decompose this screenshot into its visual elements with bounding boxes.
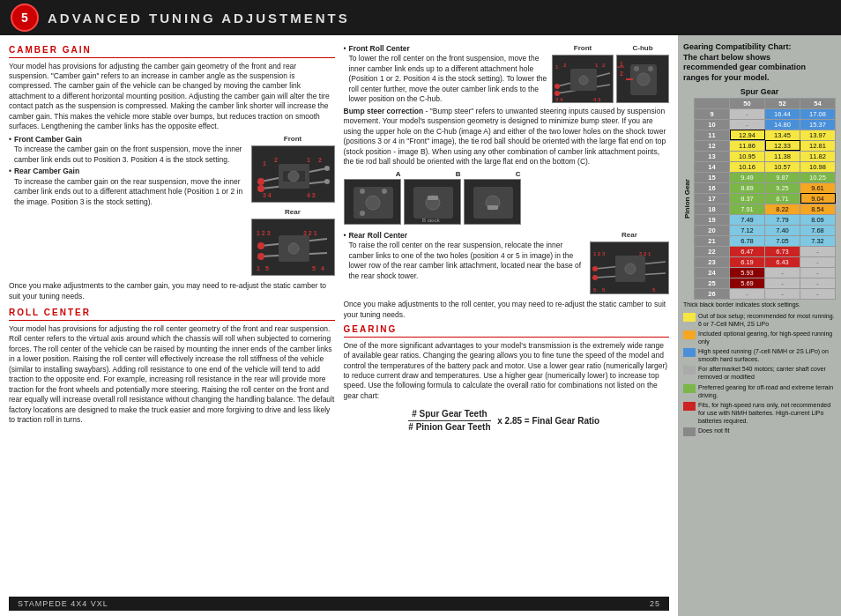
gear-table-wrapper: Pinion Gear 50 52 54 9-16.4417.0810-14.8…	[683, 98, 836, 300]
svg-rect-60	[428, 196, 438, 200]
cell-17-col2: 9.04	[800, 193, 836, 204]
rear-img2-label: Rear	[590, 231, 669, 241]
cell-15-col2: 10.25	[800, 172, 836, 182]
rear-roll-bullet: Rear Roll Center To raise the roll cente…	[344, 231, 587, 281]
pinion-row-25: 25	[695, 278, 730, 288]
cell-24-col0: 5.93	[730, 267, 765, 278]
col-52-header: 52	[765, 98, 800, 108]
right-roll-images: Front 1 2 1	[552, 44, 669, 107]
cell-19-col2: 8.09	[800, 214, 836, 225]
cell-18-col1: 8.22	[765, 204, 800, 214]
cell-15-col1: 9.87	[765, 172, 800, 182]
cell-23-col0: 6.19	[730, 256, 765, 267]
front-susp-image: 1 2 1 2 3 4 4 3	[251, 145, 335, 203]
cell-12-col1: 12.33	[765, 140, 800, 151]
pinion-row-13: 13	[695, 151, 730, 161]
cell-20-col0: 7.12	[730, 225, 765, 235]
svg-point-6	[324, 179, 330, 184]
spur-gear-label: Spur Gear	[683, 87, 836, 96]
pinion-row-24: 24	[695, 267, 730, 278]
front-roll-text: Front Roll Center To lower the roll cent…	[344, 44, 549, 107]
image-b: B stock	[404, 179, 461, 225]
legend-text-0: Out of box setup; recommended for most r…	[698, 312, 836, 328]
svg-text:4: 4	[321, 265, 324, 271]
svg-text:5: 5	[265, 265, 269, 271]
legend-color-0	[683, 313, 696, 322]
col-pinion-header	[695, 98, 730, 108]
main-content: CAMBER GAIN Your model has provisions fo…	[0, 35, 841, 616]
svg-point-56	[360, 211, 365, 216]
b-label: B	[404, 170, 461, 180]
logo: 5	[11, 4, 39, 32]
cell-25-col0: 5.69	[730, 278, 765, 288]
col-50-header: 50	[730, 98, 765, 108]
rear-susp-image: 1 2 3 3 2 1 1 5 5 4	[251, 219, 335, 276]
legend-text-4: Preferred gearing for off-road and extre…	[698, 383, 836, 399]
two-col-layout: CAMBER GAIN Your model has provisions fo…	[9, 44, 669, 597]
rear-camber-bullet: Rear Camber Gain To increase the camber …	[9, 167, 248, 207]
cell-26-col2: -	[800, 288, 836, 299]
rear-roll-desc: To raise the roll center on the rear sus…	[348, 241, 581, 279]
camber-gain-body: Your model has provisions for adjusting …	[9, 62, 335, 132]
cell-21-col1: 7.05	[765, 235, 800, 246]
legend-color-5	[683, 402, 696, 411]
front-camber-desc: To increase the camber gain on the front…	[14, 145, 242, 163]
cell-21-col0: 6.78	[730, 235, 765, 246]
legend-item-5: Fits, for high-speed runs only, not reco…	[683, 401, 836, 425]
rear-img-label: Rear	[251, 208, 335, 218]
front-roll-bullet: Front Roll Center To lower the roll cent…	[344, 44, 549, 105]
front-camber-bullet: Front Camber Gain To increase the camber…	[9, 135, 248, 165]
bump-steer-section: Bump steer correction - "Bump steer" ref…	[344, 107, 670, 167]
chub-image: 1 2	[616, 55, 669, 103]
svg-point-24	[288, 243, 299, 254]
abc-images: A B	[344, 170, 670, 228]
svg-text:B stock: B stock	[422, 218, 441, 223]
front-camber-label: Front Camber Gain	[14, 135, 82, 144]
bump-steer-label: Bump steer correction	[344, 107, 424, 115]
cell-10-col2: 15.37	[800, 119, 836, 130]
rear-camber-desc: To increase the camber gain on the rear …	[14, 177, 242, 206]
svg-point-15	[288, 171, 299, 182]
svg-text:4 3: 4 3	[593, 97, 601, 102]
legend-item-2: High speed running (7-cell NiMH or 2S Li…	[683, 347, 836, 363]
pinion-row-19: 19	[695, 214, 730, 225]
stock-note: Thick black border indicates stock setti…	[683, 301, 836, 308]
formula-result: x 2.85 = Final Gear Ratio	[497, 415, 599, 427]
cell-26-col1: -	[765, 288, 800, 299]
legend-color-4	[683, 384, 696, 393]
cell-20-col2: 7.68	[800, 225, 836, 235]
cell-10-col1: 14.80	[765, 119, 800, 130]
pinion-row-18: 18	[695, 204, 730, 214]
pinion-row-17: 17	[695, 193, 730, 204]
front-camber-text: Front Camber Gain To increase the camber…	[9, 135, 248, 209]
legend: Out of box setup; recommended for most r…	[683, 312, 836, 436]
svg-text:3 2 1: 3 2 1	[639, 251, 651, 256]
svg-point-20	[257, 253, 264, 260]
svg-point-44	[637, 73, 650, 85]
svg-rect-65	[487, 205, 498, 210]
svg-text:1 2 3: 1 2 3	[593, 251, 606, 256]
pinion-row-22: 22	[695, 246, 730, 256]
legend-color-1	[683, 330, 696, 339]
image-c	[464, 179, 521, 225]
legend-text-5: Fits, for high-speed runs only, not reco…	[698, 401, 836, 425]
front-roll-label: Front Roll Center	[348, 44, 409, 53]
content-area: CAMBER GAIN Your model has provisions fo…	[0, 35, 678, 616]
cell-16-col0: 8.89	[730, 182, 765, 193]
camber-gain-title: CAMBER GAIN	[9, 44, 335, 58]
legend-color-2	[683, 348, 696, 357]
pinion-row-16: 16	[695, 182, 730, 193]
cell-12-col0: 11.86	[730, 140, 765, 151]
svg-text:2: 2	[318, 157, 322, 163]
cell-14-col1: 10.57	[765, 161, 800, 172]
pinion-row-9: 9	[695, 108, 730, 119]
svg-text:4 3: 4 3	[307, 192, 316, 198]
gearing-section: GEARING One of the more significant adva…	[344, 323, 670, 433]
front-img-label: Front	[251, 135, 335, 145]
cell-19-col1: 7.79	[765, 214, 800, 225]
roll-center-body: Your model has provisions for adjusting …	[9, 324, 335, 426]
footer-page: 25	[650, 599, 660, 608]
cell-9-col0: -	[730, 108, 765, 119]
cell-13-col1: 11.38	[765, 151, 800, 161]
legend-text-1: Included optional gearing, for high-spee…	[698, 330, 836, 345]
